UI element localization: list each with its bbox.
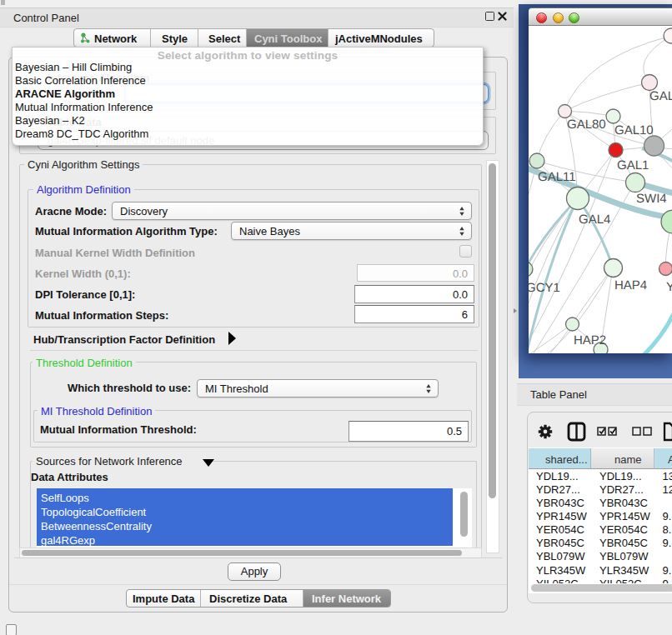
svg-text:HAP2: HAP2 bbox=[574, 333, 606, 348]
svg-text:HAP4: HAP4 bbox=[614, 278, 647, 292]
svg-text:Y: Y bbox=[666, 280, 672, 294]
svg-text:GAL11: GAL11 bbox=[538, 170, 576, 184]
svg-text:GAL80: GAL80 bbox=[567, 118, 606, 132]
svg-text:SWI4: SWI4 bbox=[636, 192, 667, 206]
svg-text:GCY1: GCY1 bbox=[529, 281, 560, 295]
svg-text:GAL1: GAL1 bbox=[617, 158, 649, 172]
svg-text:GAL10: GAL10 bbox=[614, 123, 654, 138]
svg-text:GAL7: GAL7 bbox=[649, 89, 672, 103]
svg-text:GAL4: GAL4 bbox=[579, 212, 610, 227]
